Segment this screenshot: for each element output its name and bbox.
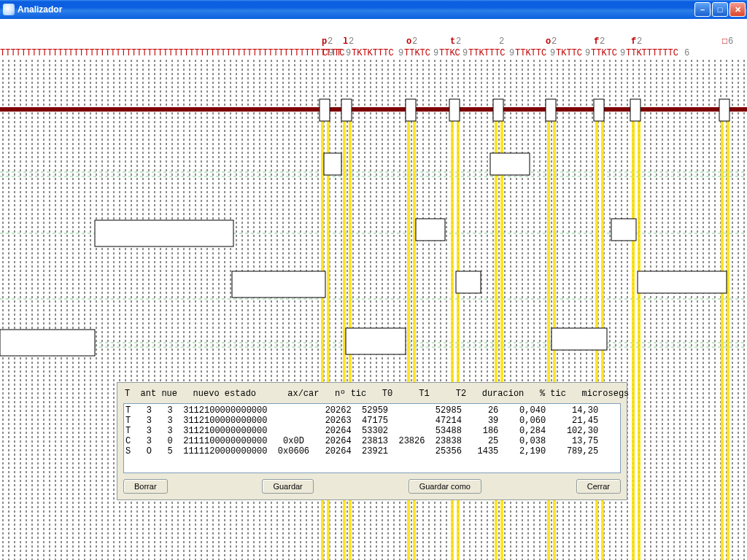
track-seg: 9 <box>346 48 351 58</box>
event-idx: 6 <box>728 36 733 47</box>
track-seg: 9 <box>585 48 590 58</box>
event-key: t <box>450 36 455 47</box>
svg-rect-159 <box>449 99 460 121</box>
svg-rect-172 <box>638 271 727 293</box>
track-seg: TTKC <box>439 48 460 58</box>
event-idx: 2 <box>456 36 461 47</box>
track-seg: TTKTC <box>591 48 617 58</box>
svg-rect-163 <box>630 99 640 121</box>
data-panel: T ant nue nuevo estado ax/car nº tic T0 … <box>117 382 627 500</box>
track-seg: TTKTTTTTTC <box>626 48 678 58</box>
svg-rect-156 <box>320 99 330 121</box>
track-seg: 9 <box>509 48 514 58</box>
svg-rect-157 <box>341 99 352 121</box>
minimize-button[interactable]: – <box>694 2 711 17</box>
svg-rect-161 <box>546 99 556 121</box>
panel-header: T ant nue nuevo estado ax/car nº tic T0 … <box>123 387 621 403</box>
svg-rect-158 <box>406 99 416 121</box>
maximize-button[interactable]: □ <box>712 2 728 17</box>
track-seg: 9 <box>398 48 403 58</box>
track-seg: 9 <box>620 48 625 58</box>
track-letters: TTTTTTTTTTTTTTTTTTTTTTTTTTTTTTTTTTTTTTTT… <box>0 48 747 58</box>
event-key: p <box>322 36 327 47</box>
guardar-button[interactable]: Guardar <box>262 479 313 494</box>
close-button[interactable]: ✕ <box>729 2 746 17</box>
event-labels: p2l2o2t22o2f2f2□6 <box>0 36 747 47</box>
event-key: l <box>343 36 348 47</box>
event-idx: 2 <box>551 36 557 47</box>
svg-rect-155 <box>232 271 325 298</box>
event-key: o <box>406 36 411 47</box>
track-seg: TKTTC <box>556 48 582 58</box>
track-seg: 9 <box>433 48 438 58</box>
track-seg: TTKTTC <box>515 48 546 58</box>
panel-rows[interactable]: T 3 3 3112100000000000 20262 52959 52985… <box>123 403 621 473</box>
event-idx: 2 <box>349 36 354 47</box>
client-area: p2l2o2t22o2f2f2□6 TTTTTTTTTTTTTTTTTTTTTT… <box>0 19 747 560</box>
titlebar: Analizador – □ ✕ <box>0 0 747 19</box>
window-title: Analizador <box>18 4 694 15</box>
track-seg: TTKTTTC <box>468 48 505 58</box>
svg-rect-167 <box>456 271 481 293</box>
guardar-como-button[interactable]: Guardar como <box>409 479 481 494</box>
borrar-button[interactable]: Borrar <box>123 479 168 494</box>
track-seg: TTTTTTTTTTTTTTTTTTTTTTTTTTTTTTTTTTTTTTTT… <box>0 48 341 58</box>
svg-rect-165 <box>324 153 341 175</box>
track-seg: 9 <box>550 48 555 58</box>
event-key: f <box>594 36 599 47</box>
event-key: o <box>546 36 551 47</box>
event-idx: 2 <box>600 36 605 47</box>
svg-rect-170 <box>551 328 607 350</box>
track-seg: TKTKTTTC <box>352 48 394 58</box>
event-idx: 2 <box>499 36 504 47</box>
track-seg: TC <box>334 48 344 58</box>
svg-rect-166 <box>416 219 445 241</box>
svg-rect-160 <box>493 99 503 121</box>
svg-rect-168 <box>490 153 530 175</box>
app-icon <box>3 4 15 15</box>
event-key: □ <box>722 36 727 47</box>
event-idx: 2 <box>637 36 642 47</box>
track-seg: TTKTC <box>404 48 430 58</box>
event-idx: 2 <box>412 36 417 47</box>
track-seg: 6 <box>684 48 689 58</box>
svg-rect-171 <box>611 219 636 241</box>
svg-rect-154 <box>95 220 233 246</box>
track-seg: 9 <box>328 48 333 58</box>
event-key: f <box>631 36 636 47</box>
svg-rect-164 <box>719 99 729 121</box>
track-seg: 9 <box>462 48 468 58</box>
svg-rect-162 <box>594 99 604 121</box>
svg-rect-153 <box>0 330 95 356</box>
cerrar-button[interactable]: Cerrar <box>576 479 621 494</box>
event-idx: 2 <box>328 36 333 47</box>
svg-rect-169 <box>346 328 406 354</box>
track-seg: C <box>322 48 328 58</box>
